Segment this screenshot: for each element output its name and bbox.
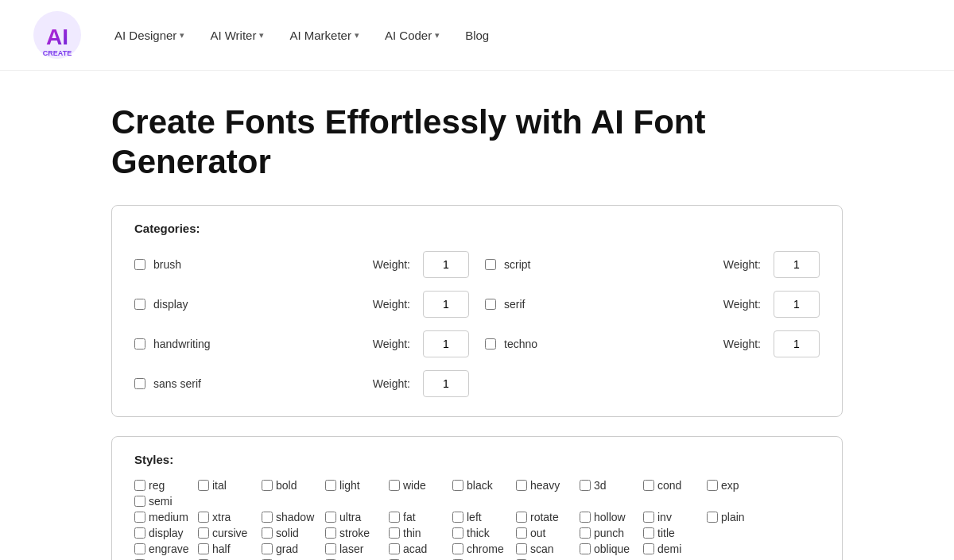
style-checkbox-semi[interactable] [134, 496, 145, 507]
style-item-laser: laser [325, 543, 389, 555]
cat-checkbox-script[interactable] [485, 259, 496, 270]
style-item-hollow: hollow [580, 511, 643, 523]
categories-title: Categories: [134, 222, 820, 235]
style-item-wide: wide [389, 479, 452, 492]
style-checkbox-exp[interactable] [707, 480, 718, 491]
cat-checkbox-sans-serif[interactable] [134, 378, 145, 389]
style-checkbox-light[interactable] [325, 480, 336, 491]
style-checkbox-3d[interactable] [580, 480, 591, 491]
style-checkbox-ultra[interactable] [325, 512, 336, 523]
cat-label-script: script [504, 258, 576, 271]
style-checkbox-black[interactable] [452, 480, 463, 491]
style-item-3d: 3d [580, 479, 643, 492]
style-checkbox-thick[interactable] [452, 527, 463, 539]
style-item-left: left [452, 511, 516, 523]
style-checkbox-hollow[interactable] [580, 512, 591, 523]
style-item-plain: plain [707, 511, 770, 523]
style-checkbox-fat[interactable] [389, 512, 400, 523]
styles-grid: reg ital bold light wide black heavy 3d … [134, 479, 820, 560]
style-checkbox-punch[interactable] [580, 527, 591, 539]
style-checkbox-laser[interactable] [325, 543, 336, 554]
style-checkbox-left[interactable] [452, 512, 463, 523]
style-item-xtra: xtra [198, 511, 262, 523]
style-checkbox-solid[interactable] [262, 527, 273, 539]
style-item-bold: bold [262, 479, 325, 492]
style-checkbox-shadow[interactable] [262, 512, 273, 523]
weight-label-serif: Weight: [723, 298, 761, 311]
cat-label-sans-serif: sans serif [153, 377, 225, 390]
style-checkbox-rotate[interactable] [516, 512, 527, 523]
style-item-stroke: stroke [325, 527, 389, 539]
weight-input-display[interactable] [423, 291, 469, 318]
weight-input-techno[interactable] [774, 330, 820, 357]
style-checkbox-acad[interactable] [389, 543, 400, 554]
cat-row-handwriting: handwriting Weight: [134, 327, 469, 361]
weight-input-serif[interactable] [774, 291, 820, 318]
nav-ai-marketer[interactable]: AI Marketer ▾ [289, 29, 359, 42]
cat-row-display: display Weight: [134, 288, 469, 321]
style-item-acad: acad [389, 543, 452, 555]
cat-row-serif: serif Weight: [485, 288, 820, 321]
style-item-fat: fat [389, 511, 452, 523]
style-checkbox-medium[interactable] [134, 512, 145, 523]
style-item-inv: inv [643, 511, 707, 523]
style-checkbox-inv[interactable] [643, 512, 654, 523]
style-checkbox-display[interactable] [134, 527, 145, 539]
style-checkbox-title[interactable] [643, 527, 654, 539]
cat-checkbox-techno[interactable] [485, 338, 496, 350]
style-checkbox-wide[interactable] [389, 480, 400, 491]
chevron-down-icon: ▾ [259, 30, 264, 41]
nav-ai-writer[interactable]: AI Writer ▾ [210, 29, 264, 42]
weight-input-handwriting[interactable] [423, 330, 469, 357]
cat-label-brush: brush [153, 258, 225, 271]
weight-input-brush[interactable] [423, 251, 469, 278]
style-checkbox-half[interactable] [198, 543, 209, 554]
nav-ai-coder[interactable]: AI Coder ▾ [385, 29, 440, 42]
cat-label-display: display [153, 298, 225, 311]
weight-label-display: Weight: [373, 298, 410, 311]
weight-input-script[interactable] [774, 251, 820, 278]
style-item-solid: solid [262, 527, 325, 539]
style-checkbox-reg[interactable] [134, 480, 145, 491]
cat-checkbox-serif[interactable] [485, 299, 496, 310]
style-checkbox-scan[interactable] [516, 543, 527, 554]
style-row-2: medium xtra shadow ultra fat left rotate… [134, 511, 820, 523]
weight-input-sans-serif[interactable] [423, 370, 469, 397]
cat-checkbox-display[interactable] [134, 299, 145, 310]
cat-checkbox-brush[interactable] [134, 259, 145, 270]
chevron-down-icon: ▾ [435, 30, 440, 41]
style-item-shadow: shadow [262, 511, 325, 523]
style-item-thin: thin [389, 527, 452, 539]
cat-checkbox-handwriting[interactable] [134, 338, 145, 350]
styles-section: Styles: reg ital bold light wide black h… [111, 436, 843, 560]
style-checkbox-thin[interactable] [389, 527, 400, 539]
style-checkbox-engrave[interactable] [134, 543, 145, 554]
style-checkbox-oblique[interactable] [580, 543, 591, 554]
style-checkbox-ital[interactable] [198, 480, 209, 491]
style-checkbox-demi[interactable] [643, 543, 654, 554]
style-checkbox-plain[interactable] [707, 512, 718, 523]
style-checkbox-stroke[interactable] [325, 527, 336, 539]
style-checkbox-out[interactable] [516, 527, 527, 539]
style-checkbox-bold[interactable] [262, 480, 273, 491]
style-checkbox-cursive[interactable] [198, 527, 209, 539]
style-item-oblique: oblique [580, 543, 643, 555]
nav-ai-designer[interactable]: AI Designer ▾ [114, 29, 184, 42]
style-item-semi: semi [134, 495, 198, 508]
style-checkbox-heavy[interactable] [516, 480, 527, 491]
main-content: Create Fonts Effortlessly with AI Font G… [95, 71, 859, 560]
style-checkbox-cond[interactable] [643, 480, 654, 491]
style-item-title: title [643, 527, 707, 539]
style-checkbox-xtra[interactable] [198, 512, 209, 523]
cat-label-handwriting: handwriting [153, 338, 225, 350]
style-row-3: display cursive solid stroke thin thick … [134, 527, 820, 539]
nav-blog[interactable]: Blog [465, 29, 489, 42]
style-checkbox-chrome[interactable] [452, 543, 463, 554]
chevron-down-icon: ▾ [180, 30, 184, 41]
style-checkbox-grad[interactable] [262, 543, 273, 554]
style-item-heavy: heavy [516, 479, 580, 492]
weight-label-script: Weight: [723, 258, 761, 271]
style-row-1: reg ital bold light wide black heavy 3d … [134, 479, 820, 508]
style-item-reg: reg [134, 479, 198, 492]
weight-label-techno: Weight: [723, 338, 761, 350]
